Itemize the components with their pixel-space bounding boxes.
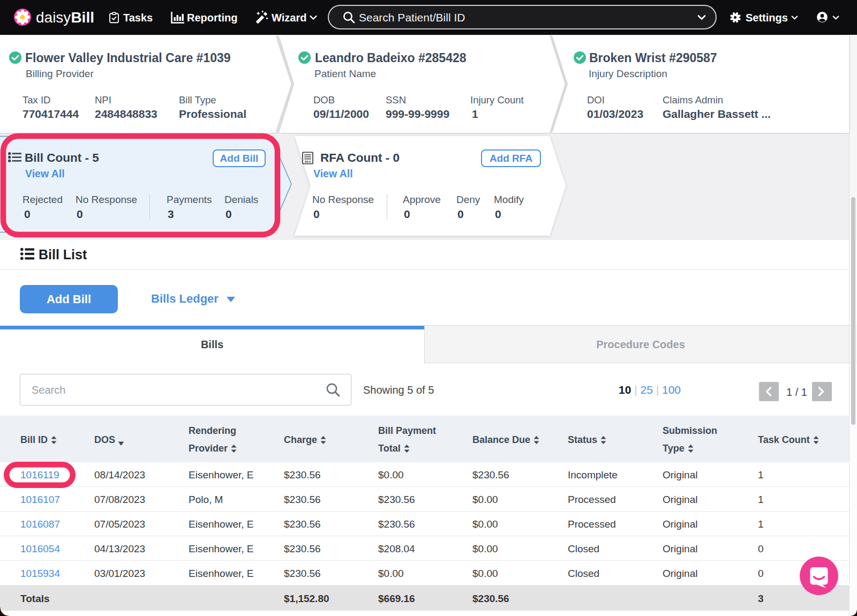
svg-text:RFA: RFA (305, 160, 311, 163)
